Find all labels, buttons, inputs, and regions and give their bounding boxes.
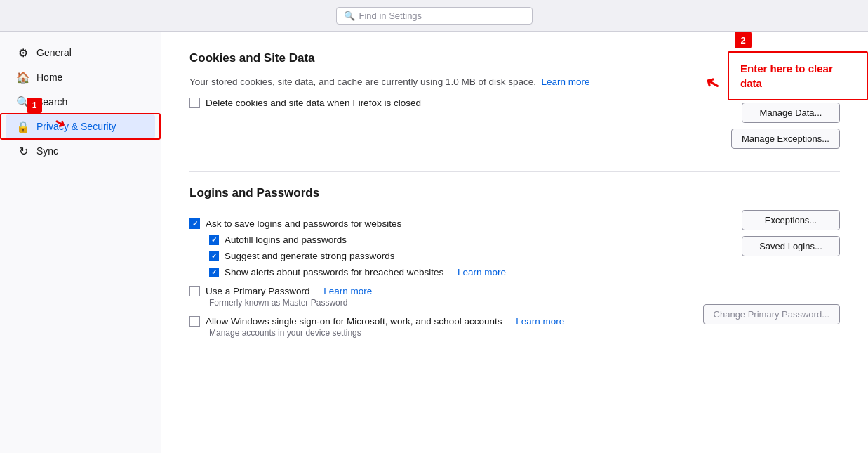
manage-data-button[interactable]: Manage Data... [742, 103, 840, 123]
logins-section-title: Logins and Passwords [189, 186, 840, 200]
alerts-checkbox[interactable] [209, 268, 219, 277]
sync-icon: ↻ [17, 145, 29, 157]
sidebar-item-privacy-security[interactable]: 1 ➜ 🔒 Privacy & Security [6, 114, 155, 138]
callout-box: Enter here to clear data [728, 51, 868, 100]
cookies-checkbox-row: Delete cookies and site data when Firefo… [189, 98, 714, 108]
change-primary-password-button[interactable]: Change Primary Password... [703, 304, 840, 324]
saved-logins-button[interactable]: Saved Logins... [742, 236, 840, 256]
ask-save-checkbox[interactable] [189, 218, 200, 229]
cookies-left: Your stored cookies, site data, and cach… [189, 75, 714, 108]
autofill-option: Autofill logins and passwords [209, 235, 689, 245]
sidebar-item-sync[interactable]: ↻ Sync [6, 139, 155, 163]
sidebar-item-home[interactable]: 🏠 Home [6, 65, 155, 89]
primary-password-row: Use a Primary Password Learn more [189, 286, 689, 296]
windows-sso-learn-more[interactable]: Learn more [516, 316, 564, 327]
logins-row: Ask to save logins and passwords for web… [189, 210, 840, 338]
logins-buttons-col: Exceptions... Saved Logins... Change Pri… [703, 210, 840, 324]
delete-cookies-label: Delete cookies and site data when Firefo… [206, 98, 421, 108]
windows-sso-label: Allow Windows single sign-on for Microso… [206, 316, 502, 327]
sidebar-item-general[interactable]: ⚙ General [6, 41, 155, 65]
windows-sso-row: Allow Windows single sign-on for Microso… [189, 316, 689, 327]
suggest-option: Suggest and generate strong passwords [209, 251, 689, 261]
sidebar: ⚙ General 🏠 Home 🔍 Search 1 ➜ 🔒 Privacy … [0, 32, 161, 453]
logins-section: Logins and Passwords Ask to save logins … [189, 186, 840, 338]
main-layout: ⚙ General 🏠 Home 🔍 Search 1 ➜ 🔒 Privacy … [0, 32, 868, 453]
ask-save-option: Ask to save logins and passwords for web… [189, 218, 689, 229]
topbar: 🔍 Find in Settings [0, 0, 868, 32]
alerts-learn-more-link[interactable]: Learn more [458, 267, 506, 277]
primary-password-checkbox[interactable] [189, 286, 200, 296]
section-divider [189, 171, 840, 172]
callout-container: 2 Enter here to clear data [728, 32, 868, 100]
suggest-label: Suggest and generate strong passwords [225, 251, 394, 261]
autofill-checkbox[interactable] [209, 235, 219, 245]
sidebar-label-privacy: Privacy & Security [36, 121, 116, 132]
find-in-settings-box[interactable]: 🔍 Find in Settings [336, 7, 533, 25]
search-icon: 🔍 [344, 11, 355, 21]
alerts-label: Show alerts about passwords for breached… [225, 267, 443, 277]
primary-password-note: Formerly known as Master Password [209, 298, 689, 308]
windows-sso-checkbox[interactable] [189, 316, 200, 327]
primary-password-learn-more[interactable]: Learn more [323, 286, 372, 296]
ask-save-label: Ask to save logins and passwords for web… [206, 218, 401, 229]
home-icon: 🏠 [17, 71, 29, 84]
callout-text: Enter here to clear data [740, 63, 833, 89]
cookies-learn-more-link[interactable]: Learn more [542, 77, 590, 87]
annotation-badge-2: 2 [735, 32, 752, 48]
sidebar-label-sync: Sync [36, 145, 58, 157]
alerts-option: Show alerts about passwords for breached… [209, 267, 689, 277]
annotation-badge-1: 1 [27, 98, 42, 113]
sidebar-label-home: Home [36, 72, 62, 83]
manage-exceptions-button[interactable]: Manage Exceptions... [731, 129, 840, 149]
primary-password-label: Use a Primary Password [206, 286, 310, 296]
delete-cookies-checkbox[interactable] [189, 98, 200, 108]
sidebar-label-general: General [36, 47, 72, 58]
exceptions-button[interactable]: Exceptions... [742, 210, 840, 230]
autofill-label: Autofill logins and passwords [225, 235, 347, 245]
settings-content: 2 Enter here to clear data ➜ Cookies and… [161, 32, 868, 453]
cookies-desc: Your stored cookies, site data, and cach… [189, 75, 714, 89]
suggest-checkbox[interactable] [209, 251, 219, 261]
gear-icon: ⚙ [17, 46, 29, 59]
lock-icon: 🔒 [17, 120, 29, 133]
find-in-settings-placeholder: Find in Settings [359, 11, 422, 21]
logins-left: Ask to save logins and passwords for web… [189, 210, 689, 338]
windows-sso-note: Manage accounts in your device settings [209, 328, 689, 338]
